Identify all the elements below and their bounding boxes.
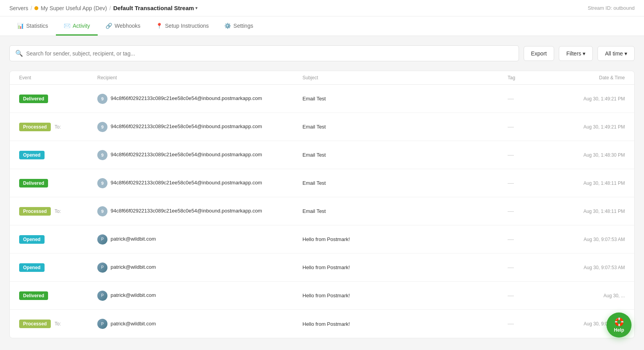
col-subject: Subject [302,75,508,80]
subject-cell: Email Test [302,96,508,102]
activity-icon: ✉️ [64,23,70,29]
recipient-email: 94c8f66f02922133c089c21ee58c0e54@inbound… [111,207,262,214]
tab-statistics-label: Statistics [26,23,48,29]
date-cell: Aug 30, 1:49:21 PM [555,96,625,102]
date-cell: Aug 30, 1:49:21 PM [555,124,625,130]
table-row[interactable]: Processed To: 9 94c8f66f02922133c089c21e… [10,113,634,141]
tab-activity-label: Activity [73,23,90,29]
avatar: 9 [97,178,107,188]
activity-table: Event Recipient Subject Tag Date & Time … [9,71,635,338]
avatar: P [97,234,107,245]
tab-settings-label: Settings [233,23,253,29]
search-input[interactable] [26,50,513,57]
recipient-email: 94c8f66f02922133c089c21ee58c0e54@inbound… [111,95,262,102]
to-label: To: [55,321,61,327]
breadcrumb-sep-1: / [30,5,32,11]
table-body: Delivered 9 94c8f66f02922133c089c21ee58c… [10,85,634,338]
table-row[interactable]: Processed To: P patrick@wildbit.com Hell… [10,310,634,338]
time-filter-button[interactable]: All time ▾ [597,46,635,61]
event-cell: Delivered [19,291,97,300]
tag-cell: — [508,292,555,299]
recipient-email: 94c8f66f02922133c089c21ee58c0e54@inbound… [111,179,262,186]
stream-name: Default Transactional Stream [113,5,194,11]
recipient-email: patrick@wildbit.com [111,264,156,271]
avatar: 9 [97,206,107,216]
recipient-email: patrick@wildbit.com [111,292,156,299]
help-button[interactable]: 🛟 Help [606,312,631,338]
tag-cell: — [508,180,555,187]
help-icon: 🛟 [614,317,624,327]
tab-settings[interactable]: ⚙️ Settings [216,16,261,36]
event-cell: Delivered [19,95,97,103]
event-cell: Processed To: [19,123,97,131]
recipient-cell: P patrick@wildbit.com [97,286,302,305]
stream-id: Stream ID: outbound [588,5,635,11]
to-label: To: [55,209,61,214]
table-row[interactable]: Processed To: 9 94c8f66f02922133c089c21e… [10,197,634,225]
avatar: 9 [97,150,107,160]
recipient-cell: 9 94c8f66f02922133c089c21ee58c0e54@inbou… [97,173,302,193]
search-icon: 🔍 [15,50,23,57]
subject-cell: Hello from Postmark! [302,293,508,298]
settings-icon: ⚙️ [224,23,231,29]
avatar: P [97,319,107,329]
subject-cell: Hello from Postmark! [302,264,508,270]
table-row[interactable]: Opened P patrick@wildbit.com Hello from … [10,254,634,282]
tag-cell: — [508,320,555,327]
avatar: 9 [97,122,107,132]
recipient-email: patrick@wildbit.com [111,320,156,327]
tag-cell: — [508,208,555,215]
recipient-cell: 9 94c8f66f02922133c089c21ee58c0e54@inbou… [97,145,302,165]
subject-cell: Hello from Postmark! [302,321,508,327]
subject-cell: Email Test [302,152,508,158]
event-badge: Processed [19,207,51,216]
event-cell: Opened [19,235,97,244]
subject-cell: Email Test [302,208,508,214]
event-badge: Delivered [19,179,48,188]
recipient-cell: P patrick@wildbit.com [97,314,302,334]
table-row[interactable]: Opened 9 94c8f66f02922133c089c21ee58c0e5… [10,141,634,169]
tag-cell: — [508,95,555,102]
table-row[interactable]: Delivered 9 94c8f66f02922133c089c21ee58c… [10,169,634,197]
avatar: P [97,291,107,301]
event-badge: Opened [19,263,45,272]
tab-activity[interactable]: ✉️ Activity [56,16,98,36]
date-cell: Aug 30, 9:07:53 AM [555,265,625,270]
table-row[interactable]: Opened P patrick@wildbit.com Hello from … [10,225,634,254]
tab-webhooks[interactable]: 🔗 Webhooks [98,16,148,36]
event-badge: Delivered [19,291,48,300]
event-cell: Opened [19,263,97,272]
event-badge: Opened [19,235,45,244]
recipient-email: 94c8f66f02922133c089c21ee58c0e54@inbound… [111,123,262,130]
recipient-cell: 9 94c8f66f02922133c089c21ee58c0e54@inbou… [97,89,302,109]
date-cell: Aug 30, 1:48:11 PM [555,209,625,214]
tab-statistics[interactable]: 📊 Statistics [9,16,56,36]
tab-setup-label: Setup Instructions [165,23,209,29]
subject-cell: Hello from Postmark! [302,236,508,242]
event-badge: Opened [19,151,45,159]
table-row[interactable]: Delivered P patrick@wildbit.com Hello fr… [10,282,634,310]
event-badge: Processed [19,320,51,328]
tab-webhooks-label: Webhooks [114,23,140,29]
subject-cell: Email Test [302,124,508,130]
col-recipient: Recipient [97,75,302,80]
servers-link[interactable]: Servers [9,5,28,11]
export-button[interactable]: Export [524,46,554,61]
tag-cell: — [508,236,555,243]
tag-cell: — [508,123,555,130]
search-bar: 🔍 Export Filters ▾ All time ▾ [9,45,635,61]
table-row[interactable]: Delivered 9 94c8f66f02922133c089c21ee58c… [10,85,634,113]
search-input-wrap: 🔍 [9,45,519,61]
webhooks-icon: 🔗 [106,23,112,29]
stream-dropdown[interactable]: Default Transactional Stream ▾ [113,5,198,11]
filters-button[interactable]: Filters ▾ [559,46,593,61]
main-content: 🔍 Export Filters ▾ All time ▾ Event Reci… [0,36,644,348]
help-label: Help [614,327,624,333]
tag-cell: — [508,152,555,159]
statistics-icon: 📊 [17,23,24,29]
recipient-cell: P patrick@wildbit.com [97,230,302,249]
app-link[interactable]: My Super Useful App (Dev) [41,5,107,11]
date-cell: Aug 30, ... [555,293,625,298]
tab-setup-instructions[interactable]: 📍 Setup Instructions [148,16,216,36]
chevron-down-icon: ▾ [195,6,197,10]
